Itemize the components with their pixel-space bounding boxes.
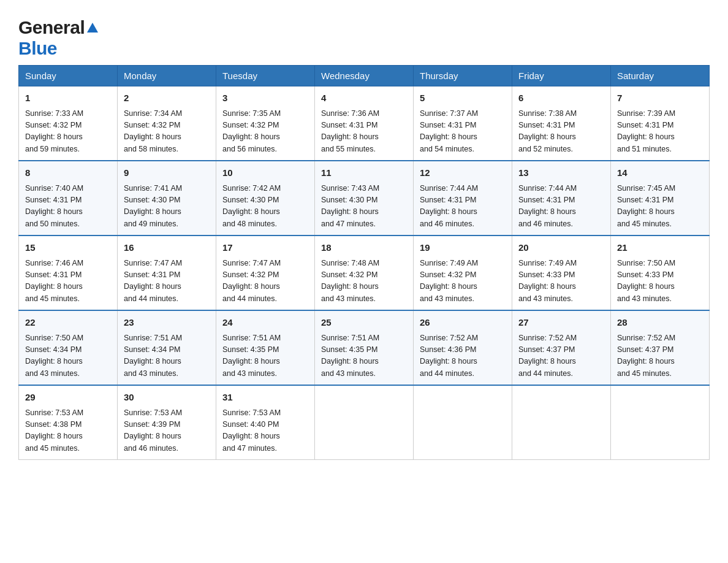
weekday-header-thursday: Thursday bbox=[414, 66, 512, 86]
svg-marker-0 bbox=[87, 23, 98, 33]
day-number: 22 bbox=[25, 316, 111, 330]
day-info: Sunrise: 7:33 AMSunset: 4:32 PMDaylight:… bbox=[25, 108, 111, 156]
logo-triangle-icon bbox=[87, 23, 98, 35]
day-info: Sunrise: 7:41 AMSunset: 4:30 PMDaylight:… bbox=[124, 183, 210, 231]
day-number: 16 bbox=[124, 241, 210, 255]
day-info: Sunrise: 7:47 AMSunset: 4:32 PMDaylight:… bbox=[222, 258, 308, 305]
calendar-cell: 21Sunrise: 7:50 AMSunset: 4:33 PMDayligh… bbox=[611, 236, 710, 310]
day-number: 20 bbox=[518, 241, 604, 255]
weekday-header-monday: Monday bbox=[118, 66, 216, 86]
weekday-header-tuesday: Tuesday bbox=[216, 66, 315, 86]
day-info: Sunrise: 7:47 AMSunset: 4:31 PMDaylight:… bbox=[124, 258, 210, 305]
calendar-cell bbox=[512, 385, 611, 460]
calendar-cell: 25Sunrise: 7:51 AMSunset: 4:35 PMDayligh… bbox=[315, 310, 414, 385]
day-info: Sunrise: 7:51 AMSunset: 4:34 PMDaylight:… bbox=[124, 332, 210, 380]
calendar-cell: 3Sunrise: 7:35 AMSunset: 4:32 PMDaylight… bbox=[216, 86, 315, 161]
day-number: 21 bbox=[617, 241, 703, 255]
day-number: 25 bbox=[321, 316, 407, 330]
calendar-week-row: 29Sunrise: 7:53 AMSunset: 4:38 PMDayligh… bbox=[19, 385, 710, 460]
calendar-cell: 24Sunrise: 7:51 AMSunset: 4:35 PMDayligh… bbox=[216, 310, 315, 385]
day-number: 17 bbox=[222, 241, 308, 255]
day-info: Sunrise: 7:49 AMSunset: 4:33 PMDaylight:… bbox=[518, 258, 604, 305]
calendar-cell: 23Sunrise: 7:51 AMSunset: 4:34 PMDayligh… bbox=[118, 310, 216, 385]
day-info: Sunrise: 7:51 AMSunset: 4:35 PMDaylight:… bbox=[321, 332, 407, 380]
calendar-cell: 18Sunrise: 7:48 AMSunset: 4:32 PMDayligh… bbox=[315, 236, 414, 310]
calendar-cell: 7Sunrise: 7:39 AMSunset: 4:31 PMDaylight… bbox=[611, 86, 710, 161]
day-number: 1 bbox=[25, 91, 111, 105]
calendar-cell: 1Sunrise: 7:33 AMSunset: 4:32 PMDaylight… bbox=[19, 86, 118, 161]
calendar-cell: 28Sunrise: 7:52 AMSunset: 4:37 PMDayligh… bbox=[611, 310, 710, 385]
calendar-cell: 14Sunrise: 7:45 AMSunset: 4:31 PMDayligh… bbox=[611, 161, 710, 236]
day-number: 6 bbox=[518, 91, 604, 105]
page-header: General Blue bbox=[18, 12, 710, 59]
day-info: Sunrise: 7:52 AMSunset: 4:36 PMDaylight:… bbox=[420, 332, 506, 380]
calendar-table: SundayMondayTuesdayWednesdayThursdayFrid… bbox=[18, 65, 710, 460]
calendar-cell: 16Sunrise: 7:47 AMSunset: 4:31 PMDayligh… bbox=[118, 236, 216, 310]
calendar-cell: 30Sunrise: 7:53 AMSunset: 4:39 PMDayligh… bbox=[118, 385, 216, 460]
calendar-cell: 29Sunrise: 7:53 AMSunset: 4:38 PMDayligh… bbox=[19, 385, 118, 460]
calendar-cell: 17Sunrise: 7:47 AMSunset: 4:32 PMDayligh… bbox=[216, 236, 315, 310]
calendar-week-row: 8Sunrise: 7:40 AMSunset: 4:31 PMDaylight… bbox=[19, 161, 710, 236]
day-number: 12 bbox=[420, 166, 506, 180]
calendar-cell: 5Sunrise: 7:37 AMSunset: 4:31 PMDaylight… bbox=[414, 86, 512, 161]
day-number: 28 bbox=[617, 316, 703, 330]
day-info: Sunrise: 7:53 AMSunset: 4:40 PMDaylight:… bbox=[222, 407, 308, 455]
day-number: 8 bbox=[25, 166, 111, 180]
calendar-cell: 19Sunrise: 7:49 AMSunset: 4:32 PMDayligh… bbox=[414, 236, 512, 310]
day-number: 11 bbox=[321, 166, 407, 180]
calendar-cell: 20Sunrise: 7:49 AMSunset: 4:33 PMDayligh… bbox=[512, 236, 611, 310]
day-number: 30 bbox=[124, 391, 210, 405]
calendar-cell: 2Sunrise: 7:34 AMSunset: 4:32 PMDaylight… bbox=[118, 86, 216, 161]
day-info: Sunrise: 7:38 AMSunset: 4:31 PMDaylight:… bbox=[518, 108, 604, 156]
calendar-cell: 13Sunrise: 7:44 AMSunset: 4:31 PMDayligh… bbox=[512, 161, 611, 236]
day-info: Sunrise: 7:48 AMSunset: 4:32 PMDaylight:… bbox=[321, 258, 407, 305]
day-info: Sunrise: 7:36 AMSunset: 4:31 PMDaylight:… bbox=[321, 108, 407, 156]
weekday-header-saturday: Saturday bbox=[611, 66, 710, 86]
day-info: Sunrise: 7:40 AMSunset: 4:31 PMDaylight:… bbox=[25, 183, 111, 231]
day-info: Sunrise: 7:35 AMSunset: 4:32 PMDaylight:… bbox=[222, 108, 308, 156]
day-info: Sunrise: 7:44 AMSunset: 4:31 PMDaylight:… bbox=[420, 183, 506, 231]
calendar-week-row: 15Sunrise: 7:46 AMSunset: 4:31 PMDayligh… bbox=[19, 236, 710, 310]
day-number: 10 bbox=[222, 166, 308, 180]
calendar-cell: 11Sunrise: 7:43 AMSunset: 4:30 PMDayligh… bbox=[315, 161, 414, 236]
day-info: Sunrise: 7:53 AMSunset: 4:38 PMDaylight:… bbox=[25, 407, 111, 455]
day-info: Sunrise: 7:52 AMSunset: 4:37 PMDaylight:… bbox=[617, 332, 703, 380]
calendar-cell: 9Sunrise: 7:41 AMSunset: 4:30 PMDaylight… bbox=[118, 161, 216, 236]
calendar-week-row: 22Sunrise: 7:50 AMSunset: 4:34 PMDayligh… bbox=[19, 310, 710, 385]
day-number: 13 bbox=[518, 166, 604, 180]
calendar-cell: 12Sunrise: 7:44 AMSunset: 4:31 PMDayligh… bbox=[414, 161, 512, 236]
day-info: Sunrise: 7:44 AMSunset: 4:31 PMDaylight:… bbox=[518, 183, 604, 231]
day-number: 29 bbox=[25, 391, 111, 405]
calendar-cell: 27Sunrise: 7:52 AMSunset: 4:37 PMDayligh… bbox=[512, 310, 611, 385]
day-info: Sunrise: 7:51 AMSunset: 4:35 PMDaylight:… bbox=[222, 332, 308, 380]
day-number: 23 bbox=[124, 316, 210, 330]
logo: General Blue bbox=[18, 12, 98, 59]
day-info: Sunrise: 7:52 AMSunset: 4:37 PMDaylight:… bbox=[518, 332, 604, 380]
day-number: 18 bbox=[321, 241, 407, 255]
day-number: 2 bbox=[124, 91, 210, 105]
day-number: 31 bbox=[222, 391, 308, 405]
calendar-cell: 26Sunrise: 7:52 AMSunset: 4:36 PMDayligh… bbox=[414, 310, 512, 385]
day-number: 4 bbox=[321, 91, 407, 105]
day-info: Sunrise: 7:37 AMSunset: 4:31 PMDaylight:… bbox=[420, 108, 506, 156]
calendar-cell: 15Sunrise: 7:46 AMSunset: 4:31 PMDayligh… bbox=[19, 236, 118, 310]
calendar-cell: 4Sunrise: 7:36 AMSunset: 4:31 PMDaylight… bbox=[315, 86, 414, 161]
day-number: 14 bbox=[617, 166, 703, 180]
day-info: Sunrise: 7:39 AMSunset: 4:31 PMDaylight:… bbox=[617, 108, 703, 156]
calendar-cell: 31Sunrise: 7:53 AMSunset: 4:40 PMDayligh… bbox=[216, 385, 315, 460]
day-info: Sunrise: 7:43 AMSunset: 4:30 PMDaylight:… bbox=[321, 183, 407, 231]
day-number: 19 bbox=[420, 241, 506, 255]
day-number: 24 bbox=[222, 316, 308, 330]
day-info: Sunrise: 7:49 AMSunset: 4:32 PMDaylight:… bbox=[420, 258, 506, 305]
logo-blue-text: Blue bbox=[18, 38, 57, 58]
calendar-cell: 22Sunrise: 7:50 AMSunset: 4:34 PMDayligh… bbox=[19, 310, 118, 385]
calendar-cell: 8Sunrise: 7:40 AMSunset: 4:31 PMDaylight… bbox=[19, 161, 118, 236]
weekday-header-wednesday: Wednesday bbox=[315, 66, 414, 86]
day-number: 27 bbox=[518, 316, 604, 330]
day-number: 3 bbox=[222, 91, 308, 105]
day-info: Sunrise: 7:45 AMSunset: 4:31 PMDaylight:… bbox=[617, 183, 703, 231]
day-info: Sunrise: 7:34 AMSunset: 4:32 PMDaylight:… bbox=[124, 108, 210, 156]
day-info: Sunrise: 7:53 AMSunset: 4:39 PMDaylight:… bbox=[124, 407, 210, 455]
calendar-cell bbox=[611, 385, 710, 460]
logo-general-text: General bbox=[18, 17, 85, 38]
